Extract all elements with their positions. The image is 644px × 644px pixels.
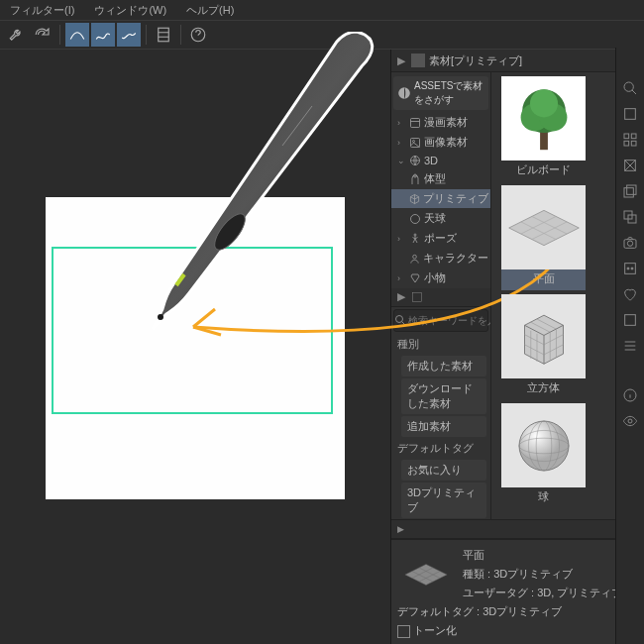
ib-dots-icon[interactable] (619, 258, 641, 279)
filter-user-created[interactable]: 作成した素材 (401, 356, 486, 376)
filter-added[interactable]: 追加素材 (401, 416, 486, 437)
group-type-label: 種別 (391, 334, 490, 355)
tree-item-primitive[interactable]: プリミティブ (391, 189, 490, 208)
tree-item-pose[interactable]: ›ポーズ (391, 229, 490, 248)
ib-layers-icon[interactable] (619, 180, 641, 202)
assets-search-button[interactable]: ASSETSで素材をさがす (393, 76, 488, 110)
svg-point-18 (529, 89, 557, 117)
filter-header[interactable]: ▶ (391, 288, 490, 307)
tool-wrench-icon[interactable] (5, 23, 29, 47)
thumb-cube[interactable]: 立方体 (501, 294, 586, 399)
filter-3d-primitive[interactable]: 3Dプリミティブ (401, 483, 486, 518)
svg-rect-12 (413, 292, 422, 301)
ib-eye-icon[interactable] (619, 410, 641, 432)
tree-item-image[interactable]: ›画像素材 (391, 133, 490, 152)
plane-thumb-icon (501, 185, 586, 269)
svg-point-41 (631, 268, 633, 269)
prop-tone[interactable]: トーン化 (397, 621, 638, 640)
svg-rect-31 (631, 141, 636, 146)
tool-stroke-icon[interactable] (91, 23, 115, 47)
svg-rect-42 (625, 315, 636, 326)
thumb-plane[interactable]: 平面 (501, 185, 586, 290)
billboard-thumb-icon (501, 76, 586, 161)
panel-header[interactable]: ▶ 素材[プリミティブ] (391, 50, 644, 72)
tool-grid-icon[interactable] (152, 23, 175, 47)
selection-box[interactable] (52, 247, 333, 414)
ib-list-icon[interactable] (619, 335, 641, 357)
sphere-thumb-icon (501, 403, 586, 487)
svg-point-26 (624, 82, 633, 91)
svg-rect-0 (159, 28, 169, 42)
tree-item-accessory[interactable]: ›小物 (391, 268, 490, 287)
tree-item-character[interactable]: キャラクター (391, 249, 490, 268)
material-panel: ▶ 素材[プリミティブ] ASSETSで素材をさがす ›漫画素材 ›画像素材 ⌄… (390, 50, 644, 644)
right-iconbar (615, 48, 644, 644)
svg-point-40 (627, 268, 629, 269)
svg-point-20 (519, 421, 569, 471)
svg-rect-29 (631, 134, 636, 139)
tool-curve-icon[interactable] (65, 23, 89, 47)
svg-rect-28 (624, 134, 629, 139)
svg-rect-34 (627, 185, 636, 194)
cube-thumb-icon (501, 294, 586, 378)
filter-favorite[interactable]: お気に入り (401, 460, 486, 481)
svg-point-44 (628, 419, 632, 423)
thumbnail-list: ビルボード 平面 (491, 72, 595, 519)
ib-grid-icon[interactable] (619, 129, 641, 151)
svg-rect-25 (405, 564, 447, 585)
svg-point-10 (414, 234, 416, 236)
svg-rect-39 (625, 264, 636, 274)
canvas-area[interactable] (0, 50, 390, 644)
svg-rect-27 (625, 109, 636, 120)
canvas[interactable] (46, 197, 345, 499)
collapse-icon[interactable]: ▶ (397, 54, 405, 67)
property-panel: 平面 種類 : 3Dプリミティブ ユーザータグ : 3D, プリミティブ デフォ… (391, 539, 644, 644)
menu-window[interactable]: ウィンドウ(W) (94, 3, 166, 18)
search-field[interactable] (393, 309, 488, 332)
ib-box-icon[interactable] (619, 309, 641, 331)
toolbar (0, 21, 644, 50)
property-header[interactable]: ▶ (391, 519, 644, 539)
menu-bar: フィルター(I) ウィンドウ(W) ヘルプ(H) (0, 0, 644, 21)
panel-title: 素材[プリミティブ] (429, 54, 522, 68)
search-input[interactable] (406, 314, 490, 327)
ib-camera-icon[interactable] (619, 232, 641, 254)
tree-item-manga[interactable]: ›漫画素材 (391, 113, 490, 132)
svg-rect-19 (508, 210, 579, 245)
svg-point-9 (411, 214, 420, 223)
svg-point-11 (413, 255, 417, 259)
menu-help[interactable]: ヘルプ(H) (186, 3, 234, 18)
ib-overlap-icon[interactable] (619, 206, 641, 228)
filter-downloaded[interactable]: ダウンロードした素材 (401, 378, 486, 414)
thumb-sphere[interactable]: 球 (501, 403, 586, 508)
tool-redo-icon[interactable] (31, 23, 54, 47)
ib-x-icon[interactable] (619, 155, 641, 176)
ib-heart-icon[interactable] (619, 283, 641, 305)
ib-search-icon[interactable] (619, 77, 641, 99)
search-icon (394, 314, 406, 326)
property-thumb-icon (397, 546, 455, 603)
svg-point-38 (627, 241, 632, 246)
svg-point-6 (413, 140, 415, 142)
panel-icon (411, 54, 425, 67)
svg-rect-4 (411, 118, 420, 127)
ib-rect-icon[interactable] (619, 103, 641, 125)
prop-deftag: デフォルトタグ : 3Dプリミティブ (397, 602, 638, 621)
tool-help-icon[interactable] (186, 23, 210, 47)
tool-stroke2-icon[interactable] (117, 23, 141, 47)
svg-rect-33 (624, 188, 633, 197)
svg-rect-30 (624, 141, 629, 146)
checkbox-icon (397, 625, 410, 638)
tree-item-sky[interactable]: 天球 (391, 209, 490, 228)
ib-info-icon[interactable] (619, 384, 641, 406)
menu-filter[interactable]: フィルター(I) (10, 3, 74, 18)
svg-point-13 (396, 316, 403, 323)
default-tag-label: デフォルトタグ (391, 438, 490, 459)
tree-item-3d[interactable]: ⌄3D (391, 153, 490, 168)
tree-item-body[interactable]: 体型 (391, 169, 490, 188)
thumb-billboard[interactable]: ビルボード (501, 76, 586, 181)
